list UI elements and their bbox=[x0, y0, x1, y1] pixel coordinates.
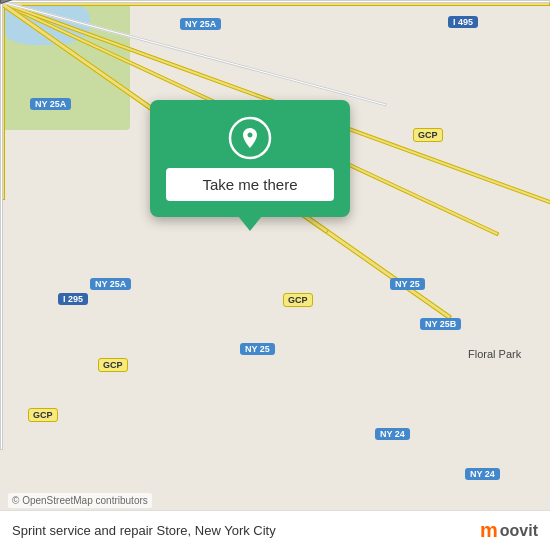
moovit-m-letter: m bbox=[480, 519, 498, 542]
location-text: Sprint service and repair Store, New Yor… bbox=[12, 523, 276, 538]
road-label-gcp-top: GCP bbox=[413, 128, 443, 142]
road-label-ny24b: NY 24 bbox=[465, 468, 500, 480]
location-pin-icon bbox=[228, 116, 272, 160]
road-label-ny25a-top: NY 25A bbox=[180, 18, 221, 30]
location-floral-park: Floral Park bbox=[468, 348, 521, 360]
take-me-there-button[interactable]: Take me there bbox=[166, 168, 334, 201]
road-vert-3 bbox=[0, 0, 3, 450]
bottom-bar: Sprint service and repair Store, New Yor… bbox=[0, 510, 550, 550]
moovit-logo: m oovit bbox=[480, 519, 538, 542]
road-minor-3 bbox=[0, 0, 550, 3]
road-label-ny25a-left: NY 25A bbox=[30, 98, 71, 110]
map-popup: Take me there bbox=[150, 100, 350, 217]
road-label-ny25-bottom: NY 25 bbox=[240, 343, 275, 355]
map-container: NY 25A NY 25A NY 25A NY 25 NY 25 NY 25B … bbox=[0, 0, 550, 550]
road-label-i295: I 295 bbox=[58, 293, 88, 305]
road-label-ny25a-mid: NY 25A bbox=[90, 278, 131, 290]
moovit-brand-text: oovit bbox=[500, 522, 538, 540]
road-label-i495: I 495 bbox=[448, 16, 478, 28]
osm-credit: © OpenStreetMap contributors bbox=[8, 493, 152, 508]
road-label-ny25-right: NY 25 bbox=[390, 278, 425, 290]
road-label-ny25b: NY 25B bbox=[420, 318, 461, 330]
road-label-gcp-left: GCP bbox=[28, 408, 58, 422]
road-label-ny24: NY 24 bbox=[375, 428, 410, 440]
road-label-gcp-bottom: GCP bbox=[98, 358, 128, 372]
road-label-gcp-mid: GCP bbox=[283, 293, 313, 307]
